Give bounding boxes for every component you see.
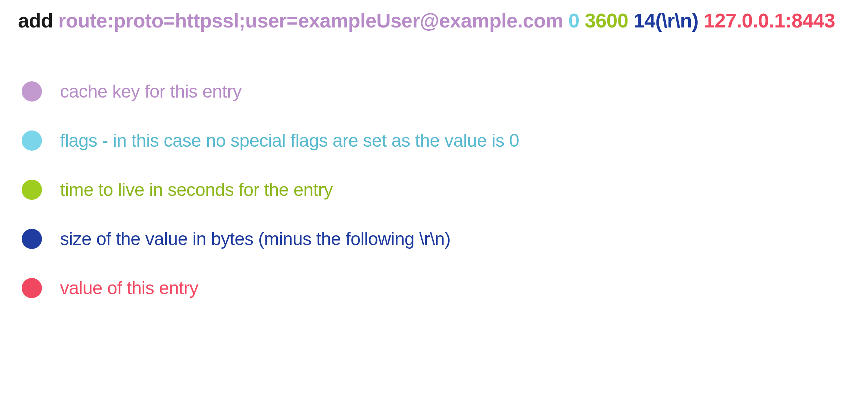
legend-item-flags: flags - in this case no special flags ar… [22,130,850,151]
command-line: add route:proto=httpssl;user=exampleUser… [18,7,850,34]
bullet-icon [22,81,42,102]
command-action: add [18,9,53,32]
legend-item-value: value of this entry [22,278,850,299]
bullet-icon [22,278,42,298]
legend-text-value: value of this entry [60,278,198,299]
bullet-icon [22,229,42,249]
command-value: 127.0.0.1:8443 [704,9,835,32]
legend: cache key for this entry flags - in this… [18,81,850,299]
legend-text-flags: flags - in this case no special flags ar… [60,130,519,151]
command-size: 14(\r\n) [634,9,698,32]
legend-item-key: cache key for this entry [22,81,850,102]
command-key: route:proto=httpssl;user=exampleUser@exa… [58,9,563,32]
bullet-icon [22,130,42,151]
legend-item-size: size of the value in bytes (minus the fo… [22,228,850,249]
command-ttl: 3600 [585,9,628,32]
legend-text-key: cache key for this entry [60,81,242,102]
legend-item-ttl: time to live in seconds for the entry [22,179,850,200]
legend-text-ttl: time to live in seconds for the entry [60,179,333,200]
bullet-icon [22,180,42,200]
legend-text-size: size of the value in bytes (minus the fo… [60,228,451,249]
command-flags: 0 [569,9,579,32]
